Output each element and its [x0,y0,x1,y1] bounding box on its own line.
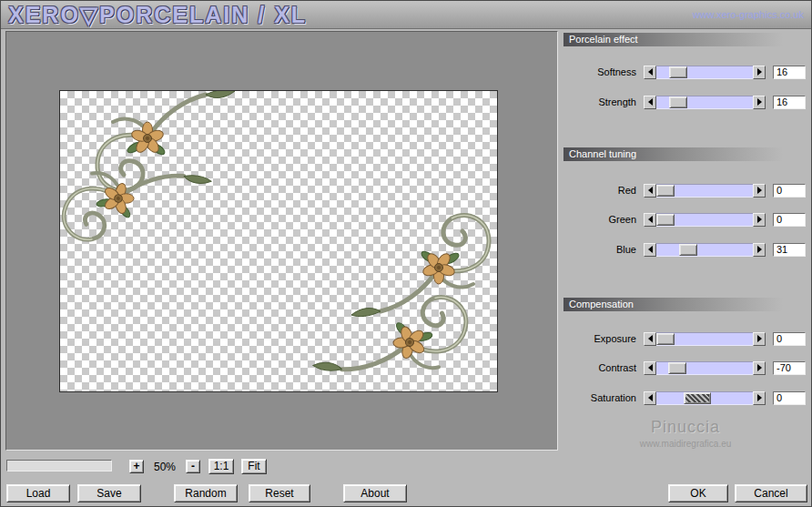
ok-button[interactable]: OK [668,484,728,502]
green-slider[interactable] [644,213,766,227]
strength-label: Strength [563,96,636,107]
slider-right-arrow[interactable] [753,243,766,257]
right-triangle-icon [757,216,766,223]
right-triangle-icon [757,68,766,76]
green-value[interactable]: 0 [773,213,806,227]
slider-track[interactable] [656,184,753,198]
softness-value[interactable]: 16 [773,66,806,79]
exposure-label: Exposure [563,333,636,344]
ornament-graphic [60,91,499,391]
slider-right-arrow[interactable] [753,213,766,227]
softness-label: Softness [563,66,636,77]
saturation-value[interactable]: 0 [773,391,806,405]
red-label: Red [563,185,636,196]
left-triangle-icon [645,246,653,253]
saturation-label: Saturation [563,392,636,403]
cancel-button[interactable]: Cancel [735,484,807,502]
slider-thumb[interactable] [668,362,686,374]
zoom-out-button[interactable]: - [186,460,200,473]
slider-right-arrow[interactable] [753,66,766,79]
slider-track[interactable] [656,213,753,227]
zoom-in-button[interactable]: + [129,460,144,473]
slider-right-arrow[interactable] [753,96,766,109]
zoom-level: 50% [147,461,183,473]
zoom-1to1-button[interactable]: 1:1 [208,459,234,474]
softness-slider[interactable] [644,66,766,79]
slider-track[interactable] [656,243,753,257]
slider-thumb[interactable] [684,392,711,404]
right-triangle-icon [757,246,766,253]
watermark-url: www.maidiregrafica.eu [563,439,807,449]
slider-thumb[interactable] [656,214,675,226]
strength-value[interactable]: 16 [773,96,806,109]
slider-thumb[interactable] [656,185,675,197]
group-header-channel-tuning: Channel tuning [563,147,807,161]
left-triangle-icon [645,216,653,223]
contrast-slider[interactable] [644,361,766,375]
slider-left-arrow[interactable] [644,213,656,227]
slider-left-arrow[interactable] [644,391,656,405]
app-logo: XERO▽PORCELAIN / XL [8,2,307,28]
slider-track[interactable] [656,361,753,375]
slider-right-arrow[interactable] [753,332,766,346]
contrast-label: Contrast [563,362,636,373]
slider-row-red: Red 0 [563,183,807,198]
right-triangle-icon [757,98,766,106]
watermark: Pinuccia www.maidiregrafica.eu [563,418,807,449]
right-triangle-icon [757,335,766,342]
zoom-fit-button[interactable]: Fit [241,459,267,474]
left-triangle-icon [645,364,653,371]
exposure-slider[interactable] [644,332,766,346]
left-triangle-icon [645,335,653,342]
progress-bar [6,460,112,472]
blue-label: Blue [563,244,636,255]
slider-right-arrow[interactable] [753,184,766,198]
slider-thumb[interactable] [669,66,687,78]
right-triangle-icon [757,394,766,401]
save-button[interactable]: Save [77,484,141,502]
left-triangle-icon [645,98,653,106]
slider-row-exposure: Exposure 0 [563,331,807,346]
slider-thumb[interactable] [679,244,697,256]
right-triangle-icon [757,187,766,194]
preview-image[interactable] [59,90,498,392]
slider-right-arrow[interactable] [753,391,766,405]
blue-value[interactable]: 31 [773,243,806,257]
slider-left-arrow[interactable] [644,96,656,109]
slider-row-softness: Softness 16 [563,65,807,79]
slider-row-saturation: Saturation 0 [563,390,807,405]
contrast-value[interactable]: -70 [773,361,806,375]
blue-slider[interactable] [644,243,766,257]
slider-left-arrow[interactable] [644,184,656,198]
slider-left-arrow[interactable] [644,66,656,79]
green-label: Green [563,214,636,225]
slider-left-arrow[interactable] [644,243,656,257]
slider-thumb[interactable] [669,96,687,108]
slider-track[interactable] [656,391,753,405]
preview-panel [5,31,558,451]
slider-row-contrast: Contrast -70 [563,360,807,375]
plugin-window: XERO▽PORCELAIN / XL www.xero-graphics.co… [0,0,812,507]
exposure-value[interactable]: 0 [773,332,806,346]
slider-row-green: Green 0 [563,212,807,227]
slider-track[interactable] [656,332,753,346]
right-triangle-icon [757,364,766,371]
slider-track[interactable] [656,66,753,79]
left-triangle-icon [645,394,653,401]
slider-track[interactable] [656,96,753,109]
random-button[interactable]: Random [174,484,238,502]
about-button[interactable]: About [343,484,407,502]
left-triangle-icon [645,187,653,194]
load-button[interactable]: Load [6,484,70,502]
red-value[interactable]: 0 [773,184,806,198]
slider-left-arrow[interactable] [644,332,656,346]
red-slider[interactable] [644,184,766,198]
slider-thumb[interactable] [656,333,675,345]
slider-row-blue: Blue 31 [563,242,807,257]
saturation-slider[interactable] [644,391,766,405]
slider-row-strength: Strength 16 [563,95,807,109]
slider-right-arrow[interactable] [753,361,766,375]
strength-slider[interactable] [644,96,766,109]
reset-button[interactable]: Reset [249,484,310,502]
slider-left-arrow[interactable] [644,361,656,375]
